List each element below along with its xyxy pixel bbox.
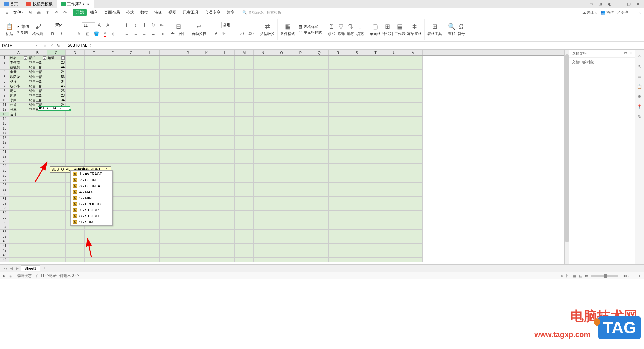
cell[interactable]: [310, 168, 329, 173]
align-mid-icon[interactable]: ↕: [132, 21, 139, 29]
cell[interactable]: [329, 103, 347, 107]
cell[interactable]: [178, 150, 197, 154]
cell[interactable]: [385, 230, 404, 234]
cell[interactable]: [385, 234, 404, 239]
cell[interactable]: [366, 136, 385, 140]
zoom-out-icon[interactable]: −: [633, 274, 635, 278]
row-header[interactable]: 33: [0, 206, 9, 211]
row-header[interactable]: 22: [0, 154, 9, 159]
cell[interactable]: [404, 98, 423, 103]
justify-icon[interactable]: ≣: [149, 30, 157, 38]
cell[interactable]: [103, 56, 122, 60]
cell[interactable]: [404, 258, 423, 262]
cell[interactable]: [366, 60, 385, 65]
cell[interactable]: [310, 211, 329, 215]
cell[interactable]: [366, 112, 385, 117]
cell[interactable]: [178, 164, 197, 168]
cell[interactable]: [178, 89, 197, 93]
cell[interactable]: [235, 70, 254, 74]
cell[interactable]: [197, 192, 216, 197]
cell[interactable]: [235, 244, 254, 248]
cell[interactable]: [235, 239, 254, 244]
cell[interactable]: [85, 107, 103, 112]
cell[interactable]: [347, 201, 366, 206]
cell[interactable]: [66, 84, 85, 89]
cell[interactable]: [66, 145, 85, 150]
cell[interactable]: [366, 168, 385, 173]
cell[interactable]: [197, 107, 216, 112]
cell[interactable]: [291, 253, 310, 258]
cell[interactable]: [385, 107, 404, 112]
cell[interactable]: [47, 187, 66, 192]
cell[interactable]: [103, 107, 122, 112]
wrap-button[interactable]: ↩自动换行: [192, 22, 206, 36]
row-header[interactable]: 11: [0, 103, 9, 107]
cell[interactable]: [291, 89, 310, 93]
cell[interactable]: [254, 215, 272, 220]
font-size-select[interactable]: 11: [82, 22, 95, 28]
cell[interactable]: [329, 183, 347, 187]
cell[interactable]: [385, 244, 404, 248]
cell[interactable]: [216, 136, 235, 140]
cell[interactable]: [216, 70, 235, 74]
cell[interactable]: [385, 197, 404, 201]
add-sheet-icon[interactable]: ＋: [41, 265, 48, 271]
cell[interactable]: [291, 168, 310, 173]
cell[interactable]: [178, 70, 197, 74]
align-center-icon[interactable]: ≡: [132, 30, 139, 38]
cell[interactable]: [235, 84, 254, 89]
cell[interactable]: [85, 225, 103, 230]
cell[interactable]: [197, 253, 216, 258]
cell[interactable]: [141, 121, 160, 126]
cell[interactable]: [28, 145, 47, 150]
cell[interactable]: [385, 93, 404, 98]
cell[interactable]: [122, 168, 141, 173]
cell[interactable]: [291, 183, 310, 187]
cell[interactable]: [329, 173, 347, 178]
cell[interactable]: [85, 56, 103, 60]
cell[interactable]: [160, 98, 178, 103]
cell[interactable]: 34: [47, 79, 66, 84]
cell[interactable]: [329, 121, 347, 126]
cell[interactable]: [122, 215, 141, 220]
cell[interactable]: [103, 239, 122, 244]
cell[interactable]: [66, 234, 85, 239]
cell[interactable]: [122, 60, 141, 65]
cell[interactable]: [404, 89, 423, 93]
cell[interactable]: [122, 154, 141, 159]
cell[interactable]: [160, 239, 178, 244]
cloud-status[interactable]: ☁ 未上云: [582, 10, 598, 15]
cell[interactable]: [329, 107, 347, 112]
cell[interactable]: [178, 215, 197, 220]
cell[interactable]: [235, 164, 254, 168]
cell[interactable]: [122, 112, 141, 117]
cell[interactable]: [47, 136, 66, 140]
cell[interactable]: [9, 168, 28, 173]
cell[interactable]: [385, 220, 404, 225]
cell[interactable]: [85, 121, 103, 126]
row-header[interactable]: 14: [0, 117, 9, 121]
cell[interactable]: 23: [47, 89, 66, 93]
cell[interactable]: [347, 211, 366, 215]
cell[interactable]: [122, 178, 141, 183]
cell[interactable]: [9, 206, 28, 211]
cell[interactable]: [329, 93, 347, 98]
cell[interactable]: [366, 192, 385, 197]
cell[interactable]: [404, 154, 423, 159]
shape-tool-icon[interactable]: ◇: [636, 53, 643, 60]
cell[interactable]: [235, 211, 254, 215]
cell[interactable]: [122, 192, 141, 197]
fill-button[interactable]: ↓填充: [356, 22, 364, 36]
cell[interactable]: [272, 183, 291, 187]
cell[interactable]: [85, 60, 103, 65]
cell[interactable]: [141, 187, 160, 192]
cell[interactable]: [47, 225, 66, 230]
cell[interactable]: [9, 234, 28, 239]
cell[interactable]: [235, 154, 254, 159]
chevron-up-icon[interactable]: ︿: [638, 10, 641, 15]
cell[interactable]: [197, 173, 216, 178]
cell[interactable]: [141, 159, 160, 164]
cell[interactable]: [404, 70, 423, 74]
cell[interactable]: [141, 225, 160, 230]
cell[interactable]: [310, 192, 329, 197]
